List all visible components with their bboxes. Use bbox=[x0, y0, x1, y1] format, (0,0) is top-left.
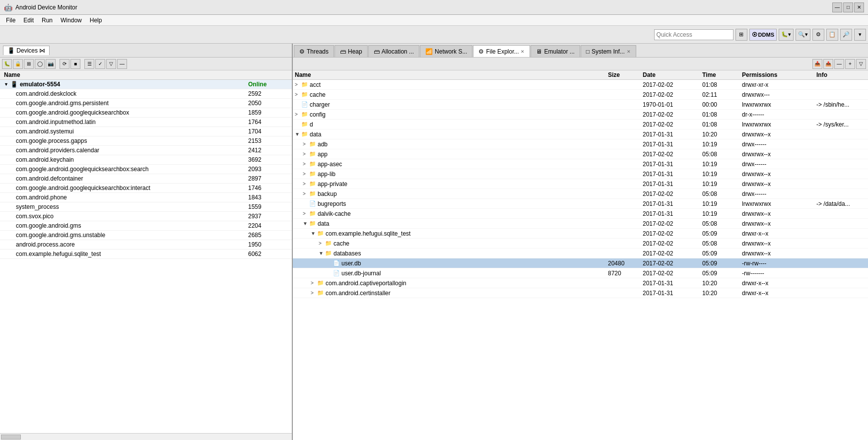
menu-item-run[interactable]: Run bbox=[38, 16, 57, 25]
process-row[interactable]: com.google.android.gms.unstable 2685 bbox=[0, 231, 292, 240]
fileexplorer-tab-close[interactable]: ✕ bbox=[521, 49, 525, 54]
file-row-adb[interactable]: > 📁 adb 2017-01-31 10:19 drwx------ bbox=[293, 139, 868, 149]
toolbar-more1-btn[interactable]: ⚙ bbox=[812, 29, 824, 41]
add-btn[interactable]: + bbox=[845, 59, 855, 69]
process-row[interactable]: com.google.android.googlequicksearchbox … bbox=[0, 108, 292, 118]
toolbar-more4-btn[interactable]: ▾ bbox=[854, 29, 866, 41]
toolbar-more2-btn[interactable]: 📋 bbox=[826, 29, 838, 41]
device-list[interactable]: ▼ 📱 emulator-5554 Online com.android.des… bbox=[0, 80, 292, 433]
file-row-cache[interactable]: > 📁 cache 2017-02-02 02:11 drwxrwx--- bbox=[293, 90, 868, 100]
process-row[interactable]: com.android.inputmethod.latin 1764 bbox=[0, 118, 292, 127]
menu-item-window[interactable]: Window bbox=[57, 16, 86, 25]
toolbar-layout-btn[interactable]: ⊞ bbox=[735, 29, 747, 41]
expand-btn[interactable]: ▼ bbox=[303, 221, 308, 226]
quick-access-input[interactable] bbox=[654, 29, 734, 40]
process-row[interactable]: com.google.android.gms 2204 bbox=[0, 221, 292, 231]
devices-tab[interactable]: 📱 Devices ⋈ bbox=[3, 46, 50, 55]
tab-threads[interactable]: ⚙ Threads bbox=[294, 45, 334, 57]
grid-icon[interactable]: ⊞ bbox=[24, 59, 34, 69]
tab-network[interactable]: 📶 Network S... bbox=[420, 45, 472, 57]
expand-btn[interactable]: > bbox=[303, 191, 308, 196]
file-row-com-example[interactable]: ▼ 📁 com.example.hefugui.sqlite_test 2017… bbox=[293, 229, 868, 239]
process-row[interactable]: com.android.keychain 3692 bbox=[0, 155, 292, 165]
expand-btn[interactable]: > bbox=[295, 112, 300, 117]
expand-btn[interactable]: > bbox=[295, 82, 300, 87]
minimize-button[interactable]: — bbox=[832, 2, 842, 12]
close-button[interactable]: ✕ bbox=[854, 2, 864, 12]
expand-btn[interactable]: > bbox=[303, 151, 308, 157]
expand-btn[interactable]: > bbox=[303, 181, 308, 187]
file-row-app-private[interactable]: > 📁 app-private 2017-01-31 10:19 drwxrwx… bbox=[293, 179, 868, 189]
process-row[interactable]: com.google.android.gms.persistent 2050 bbox=[0, 99, 292, 108]
ddms-button[interactable]: ⦿ DDMS bbox=[749, 29, 777, 41]
tab-emulator[interactable]: 🖥 Emulator ... bbox=[531, 45, 580, 57]
expand-btn[interactable]: > bbox=[311, 280, 316, 286]
refresh-btn[interactable]: ▽ bbox=[856, 59, 866, 69]
file-row-d[interactable]: 📁 d 2017-02-02 01:08 lrwxrwxrwx -> /sys/… bbox=[293, 120, 868, 129]
process-row[interactable]: system_process 1559 bbox=[0, 202, 292, 212]
menu-item-edit[interactable]: Edit bbox=[19, 16, 38, 25]
process-row[interactable]: android.process.acore 1950 bbox=[0, 240, 292, 250]
devices-scrollbar-bottom[interactable] bbox=[0, 433, 292, 440]
process-row[interactable]: com.android.defcontainer 2897 bbox=[0, 174, 292, 184]
push-file-btn[interactable]: 📤 bbox=[823, 59, 833, 69]
process-row[interactable]: com.google.process.gapps 2153 bbox=[0, 136, 292, 146]
process-row[interactable]: com.svox.pico 2937 bbox=[0, 212, 292, 221]
pull-file-btn[interactable]: 📥 bbox=[812, 59, 822, 69]
debug-icon[interactable]: 🐛 bbox=[2, 59, 12, 69]
file-row-databases[interactable]: ▼ 📁 databases 2017-02-02 05:09 drwxrwx--… bbox=[293, 249, 868, 258]
expand-btn[interactable]: ▼ bbox=[295, 131, 300, 137]
expand-btn[interactable]: > bbox=[303, 141, 308, 147]
menu-item-help[interactable]: Help bbox=[86, 16, 106, 25]
file-row-data[interactable]: ▼ 📁 data 2017-01-31 10:20 drwxrwx--x bbox=[293, 129, 868, 139]
file-row-bugreports[interactable]: 📄 bugreports 2017-01-31 10:19 lrwxrwxrwx… bbox=[293, 199, 868, 209]
device-row[interactable]: ▼ 📱 emulator-5554 Online bbox=[0, 80, 292, 89]
file-row-config[interactable]: > 📁 config 2017-02-02 01:08 dr-x------ bbox=[293, 110, 868, 120]
refresh-icon[interactable]: ⟳ bbox=[60, 59, 69, 69]
file-list[interactable]: > 📁 acct 2017-02-02 01:08 drwxr-xr-x > 📁… bbox=[293, 80, 868, 440]
bars-icon[interactable]: ☰ bbox=[84, 59, 94, 69]
file-row-backup[interactable]: > 📁 backup 2017-02-02 05:08 drwx------ bbox=[293, 189, 868, 199]
file-row-app-asec[interactable]: > 📁 app-asec 2017-01-31 10:19 drwx------ bbox=[293, 159, 868, 169]
file-row-dalvik-cache[interactable]: > 📁 dalvik-cache 2017-01-31 10:19 drwxrw… bbox=[293, 209, 868, 219]
delete-btn[interactable]: — bbox=[834, 59, 844, 69]
expand-btn[interactable]: > bbox=[319, 241, 324, 246]
maximize-button[interactable]: □ bbox=[843, 2, 853, 12]
tab-sysinfo[interactable]: □ System Inf... ✕ bbox=[581, 45, 636, 57]
process-row[interactable]: com.android.providers.calendar 2412 bbox=[0, 146, 292, 155]
file-row-acct[interactable]: > 📁 acct 2017-02-02 01:08 drwxr-xr-x bbox=[293, 80, 868, 90]
lock-icon[interactable]: 🔒 bbox=[13, 59, 23, 69]
minus-icon[interactable]: — bbox=[117, 59, 127, 69]
triangle-down-icon[interactable]: ▽ bbox=[106, 59, 116, 69]
check-icon[interactable]: ✓ bbox=[95, 59, 105, 69]
toolbar-inspect-btn[interactable]: 🔍▾ bbox=[796, 29, 810, 41]
expand-btn[interactable]: ▼ bbox=[311, 231, 316, 236]
expand-btn[interactable]: > bbox=[295, 92, 300, 97]
file-row-charger[interactable]: 📄 charger 1970-01-01 00:00 lrwxrwxrwx ->… bbox=[293, 100, 868, 110]
file-row-cache3[interactable]: > 📁 cache 2017-02-02 05:08 drwxrwx--x bbox=[293, 239, 868, 249]
file-row-app-lib[interactable]: > 📁 app-lib 2017-01-31 10:19 drwxrwx--x bbox=[293, 169, 868, 179]
file-row-certinstaller[interactable]: > 📁 com.android.certinstaller 2017-01-31… bbox=[293, 288, 868, 298]
process-row[interactable]: com.example.hefugui.sqlite_test 6062 bbox=[0, 250, 292, 259]
camera-icon[interactable]: 📷 bbox=[46, 59, 56, 69]
tab-allocation[interactable]: 🗃 Allocation ... bbox=[368, 45, 419, 57]
tab-fileexplorer[interactable]: ⚙ File Explor... ✕ bbox=[473, 45, 530, 57]
expand-btn[interactable]: > bbox=[303, 171, 308, 177]
expand-btn[interactable]: > bbox=[303, 161, 308, 167]
expand-btn[interactable]: > bbox=[311, 290, 316, 296]
file-row-captiveportal[interactable]: > 📁 com.android.captiveportallogin 2017-… bbox=[293, 278, 868, 288]
process-row[interactable]: com.android.phone 1843 bbox=[0, 193, 292, 202]
toolbar-more3-btn[interactable]: 🔎 bbox=[840, 29, 852, 41]
file-row-userdb-journal[interactable]: 📄 user.db-journal 8720 2017-02-02 05:09 … bbox=[293, 268, 868, 278]
process-row[interactable]: com.google.android.googlequicksearchbox:… bbox=[0, 184, 292, 193]
process-row[interactable]: com.google.android.googlequicksearchbox:… bbox=[0, 165, 292, 174]
circle-icon[interactable]: ◯ bbox=[35, 59, 45, 69]
file-row-userdb[interactable]: 📄 user.db 20480 2017-02-02 05:09 -rw-rw-… bbox=[293, 258, 868, 268]
file-row-app[interactable]: > 📁 app 2017-02-02 05:08 drwxrwx--x bbox=[293, 149, 868, 159]
sysinfo-tab-close[interactable]: ✕ bbox=[627, 49, 631, 54]
tab-heap[interactable]: 🗃 Heap bbox=[334, 45, 368, 57]
file-row-data2[interactable]: ▼ 📁 data 2017-02-02 05:08 drwxrwx--x bbox=[293, 219, 868, 229]
stop-icon[interactable]: ■ bbox=[70, 59, 80, 69]
expand-btn[interactable]: ▼ bbox=[319, 251, 324, 256]
process-row[interactable]: com.android.deskclock 2592 bbox=[0, 89, 292, 99]
